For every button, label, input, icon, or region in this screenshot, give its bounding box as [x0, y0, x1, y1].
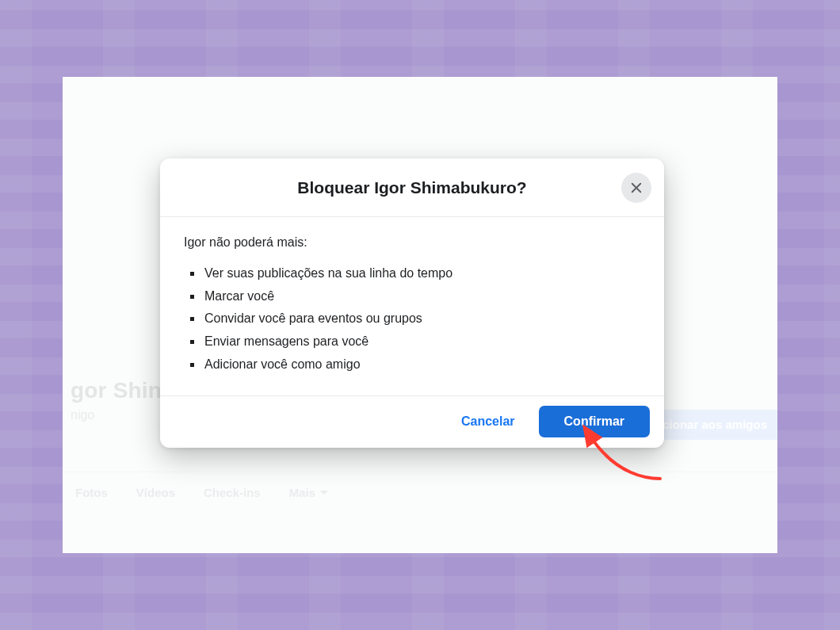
cancel-button[interactable]: Cancelar — [445, 406, 531, 437]
confirm-button[interactable]: Confirmar — [539, 406, 650, 437]
close-button[interactable] — [621, 173, 651, 203]
add-friend-button-partial[interactable]: cionar aos amigos — [648, 410, 777, 440]
dialog-lead-text: Igor não poderá mais: — [184, 233, 640, 253]
tab-more[interactable]: Mais — [289, 486, 328, 499]
dialog-title: Bloquear Igor Shimabukuro? — [297, 178, 526, 197]
chevron-down-icon — [320, 491, 328, 494]
block-user-dialog: Bloquear Igor Shimabukuro? Igor não pode… — [160, 158, 664, 448]
list-item: Convidar você para eventos ou grupos — [189, 309, 640, 329]
add-friend-label-partial: cionar aos amigos — [662, 418, 767, 431]
dialog-footer: Cancelar Confirmar — [160, 395, 664, 448]
cancel-button-label: Cancelar — [461, 414, 515, 428]
close-icon — [629, 181, 643, 195]
confirm-button-label: Confirmar — [564, 414, 624, 428]
tab-checkins[interactable]: Check-ins — [204, 486, 261, 499]
list-item: Marcar você — [189, 287, 640, 307]
list-item: Adicionar você como amigo — [189, 355, 640, 375]
tab-photos[interactable]: Fotos — [75, 486, 108, 499]
tab-videos[interactable]: Vídeos — [136, 486, 175, 499]
dialog-body: Igor não poderá mais: Ver suas publicaçõ… — [160, 217, 664, 395]
block-effects-list: Ver suas publicações na sua linha do tem… — [184, 264, 640, 375]
list-item: Ver suas publicações na sua linha do tem… — [189, 264, 640, 284]
list-item: Enviar mensagens para você — [189, 332, 640, 352]
dialog-header: Bloquear Igor Shimabukuro? — [160, 158, 664, 217]
profile-tabs: Fotos Vídeos Check-ins Mais — [63, 472, 777, 513]
